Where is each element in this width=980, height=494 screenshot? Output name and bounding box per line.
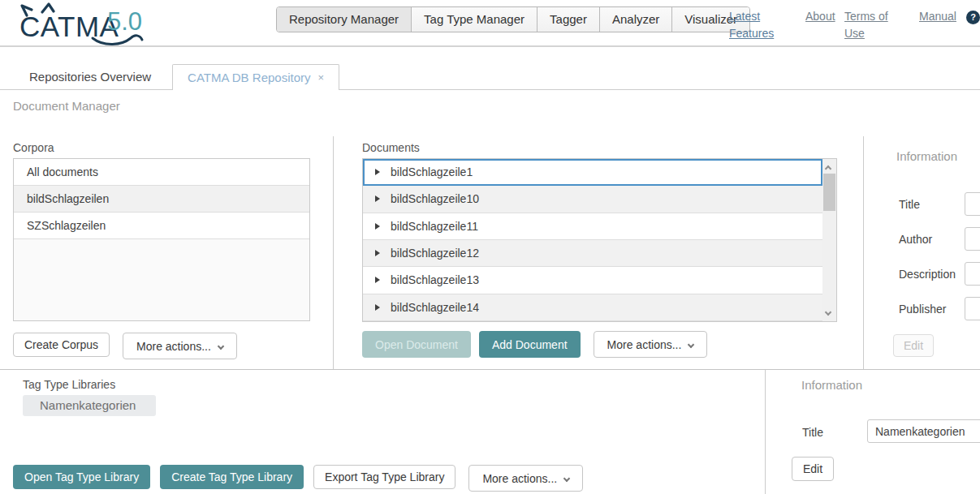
document-name: bildSchlagzeile12 [391,247,479,260]
document-name: bildSchlagzeile1 [391,165,473,178]
divider-documents-info [863,136,864,369]
document-row[interactable]: bildSchlagzeile11 [363,213,822,240]
description-label: Description [899,268,956,281]
chevron-down-icon [688,341,694,347]
scroll-up-icon[interactable] [826,164,832,170]
link-terms-of-use[interactable]: Terms of Use [844,8,891,42]
expand-triangle-icon[interactable] [375,304,380,311]
documents-scrollbar[interactable] [822,159,836,321]
description-input[interactable] [965,262,980,286]
expand-triangle-icon[interactable] [375,223,380,230]
corpora-buttons: Create Corpus More actions... [13,333,237,359]
expand-triangle-icon[interactable] [375,195,380,202]
corpora-more-actions-button[interactable]: More actions... [123,333,237,359]
document-name: bildSchlagzeile10 [391,192,479,205]
document-info-heading: Information [896,149,957,163]
documents-label: Documents [362,141,420,154]
open-document-button[interactable]: Open Document [362,331,471,358]
documents-rows: bildSchlagzeile1 bildSchlagzeile10 bildS… [363,159,822,321]
close-icon[interactable]: × [318,65,325,90]
document-name: bildSchlagzeile13 [391,273,479,286]
divider-horizontal [0,369,980,370]
chevron-down-icon [218,342,224,349]
main-nav: Repository Manager Tag Type Manager Tagg… [276,6,750,32]
nav-repository-manager[interactable]: Repository Manager [277,7,412,32]
button-label: More actions... [607,338,682,351]
scrollbar-thumb[interactable] [823,174,835,211]
documents-list: bildSchlagzeile1 bildSchlagzeile10 bildS… [362,158,837,322]
help-icon[interactable]: ? [966,11,980,24]
repository-tabbar: Repositories Overview CATMA DB Repositor… [0,64,980,90]
expand-triangle-icon[interactable] [375,169,380,175]
publisher-label: Publisher [899,303,946,316]
library-info-heading: Information [801,378,862,392]
chevron-down-icon [563,475,570,481]
divider-corpora-documents [333,136,334,369]
nav-tag-type-manager[interactable]: Tag Type Manager [412,7,537,32]
button-label: More actions... [136,340,211,353]
catma-app-window: CATMA 5.0 Repository Manager Tag Type Ma… [0,0,980,494]
open-tag-type-library-button[interactable]: Open Tag Type Library [13,465,150,489]
document-row[interactable]: bildSchlagzeile13 [363,267,822,294]
tab-catma-db-repository[interactable]: CATMA DB Repository × [172,64,339,90]
documents-more-actions-button[interactable]: More actions... [594,331,708,358]
tag-library-item-namenkategorien[interactable]: Namenkategorien [23,395,156,416]
title-input[interactable] [965,192,980,216]
tab-label: CATMA DB Repository [188,65,310,90]
author-input[interactable] [965,227,980,251]
document-name: bildSchlagzeile11 [391,220,478,233]
corpus-item-szschlagzeilen[interactable]: SZSchlagzeilen [14,213,309,239]
tag-library-buttons: Open Tag Type Library Create Tag Type Li… [13,465,583,492]
expand-triangle-icon[interactable] [375,277,380,283]
corpus-item-all-documents[interactable]: All documents [14,159,309,186]
scroll-down-icon[interactable] [826,310,832,316]
corpus-item-bildschlagzeilen[interactable]: bildSchlagzeilen [14,186,309,213]
catma-logo: CATMA 5.0 [5,2,153,46]
export-tag-type-library-button[interactable]: Export Tag Type Library [313,465,455,489]
nav-tagger[interactable]: Tagger [537,7,600,32]
tag-library-more-actions-button[interactable]: More actions... [468,465,583,492]
header-divider [0,45,980,47]
create-tag-type-library-button[interactable]: Create Tag Type Library [160,465,304,489]
title-label: Title [899,198,920,211]
corpora-label: Corpora [13,141,54,154]
library-title-label: Title [802,426,823,439]
button-label: More actions... [482,472,557,485]
document-row[interactable]: bildSchlagzeile12 [363,240,822,267]
page-title: Document Manager [13,99,120,113]
publisher-input[interactable] [965,297,980,320]
link-manual[interactable]: Manual [919,8,956,25]
link-latest-features[interactable]: Latest Features [729,8,778,42]
nav-analyzer[interactable]: Analyzer [600,7,672,32]
library-title-input[interactable] [867,419,980,443]
document-name: bildSchlagzeile14 [391,301,479,314]
logo-version: 5.0 [107,7,142,36]
tag-type-libraries-label: Tag Type Libraries [23,378,115,391]
tab-label: Repositories Overview [29,64,151,89]
link-about[interactable]: About [805,8,835,25]
add-document-button[interactable]: Add Document [479,331,581,358]
documents-buttons: Open Document Add Document More actions.… [362,331,707,358]
logo-text: CATMA [19,11,119,42]
expand-triangle-icon[interactable] [375,250,380,256]
document-row[interactable]: bildSchlagzeile10 [363,186,822,213]
document-row[interactable]: bildSchlagzeile14 [363,294,822,321]
library-info-edit-button[interactable]: Edit [792,457,834,481]
tab-repositories-overview[interactable]: Repositories Overview [8,64,172,89]
create-corpus-button[interactable]: Create Corpus [13,333,110,357]
divider-library-info [765,370,766,494]
author-label: Author [899,233,932,246]
document-row[interactable]: bildSchlagzeile1 [363,159,822,186]
document-info-edit-button[interactable]: Edit [893,334,934,357]
corpora-list: All documents bildSchlagzeilen SZSchlagz… [13,158,310,321]
